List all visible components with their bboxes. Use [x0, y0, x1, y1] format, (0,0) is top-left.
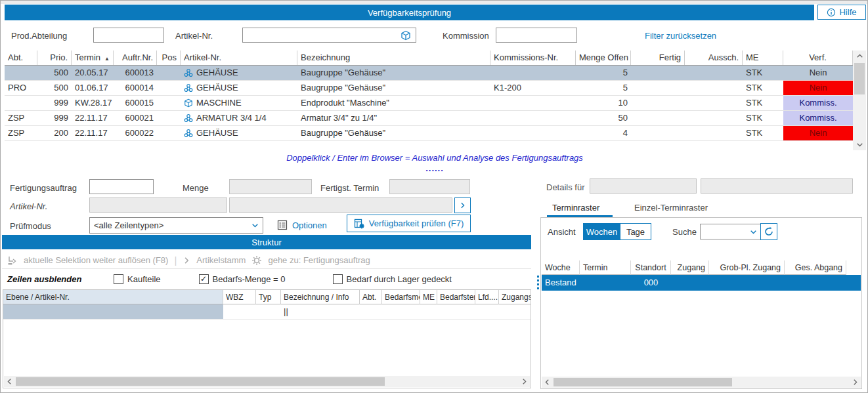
scroll-right-button[interactable] — [850, 377, 861, 388]
scroll-down-button[interactable] — [853, 139, 866, 150]
bestand-row[interactable]: Bestand 000 — [542, 275, 861, 291]
refresh-button[interactable] — [760, 223, 777, 240]
assembly-icon — [184, 114, 193, 123]
resolve-selection-button[interactable]: aktuelle Selektion weiter auflösen (F8) — [24, 255, 168, 265]
cell-pos — [157, 126, 181, 140]
order-row-600014[interactable]: PRO 500 01.06.17 600014 GEHÄUSE Baugrupp… — [5, 81, 853, 96]
artikelstamm-button[interactable]: Artikelstamm — [196, 255, 246, 265]
vertical-scroll-thumb[interactable] — [854, 63, 865, 94]
hide-rows-filter: Zeilen ausblenden Kaufteile ✓ Bedarfs-Me… — [2, 270, 531, 288]
col-zugang[interactable]: Zugang — [671, 260, 709, 275]
col-woche[interactable]: Woche — [542, 260, 580, 275]
artikel-nr-filter-input[interactable] — [242, 28, 416, 43]
col-menge-offen[interactable]: Menge Offen — [576, 51, 631, 65]
cube-lookup-icon[interactable] — [401, 30, 411, 41]
col-standort[interactable]: Standort — [631, 260, 671, 275]
ansicht-label: Ansicht — [548, 227, 576, 237]
col-ges-abgang[interactable]: Ges. Abgang — [785, 260, 846, 275]
order-row-600021[interactable]: ZSP 999 22.11.17 600021 ARMATUR 3/4 1/4 … — [5, 111, 853, 126]
details-bezeichnung-input[interactable] — [701, 178, 853, 194]
suche-select[interactable] — [700, 224, 762, 239]
kommission-input[interactable] — [496, 28, 577, 43]
col-aussch[interactable]: Aussch. — [685, 51, 743, 65]
prod-abteilung-input[interactable] — [93, 28, 164, 43]
assembly-icon — [184, 129, 193, 138]
col-kommissionsnr[interactable]: Kommissions-Nr. — [490, 51, 576, 65]
filter-reset-link[interactable]: Filter zurücksetzen — [645, 31, 716, 41]
prod-abteilung-label: Prod.Abteilung — [11, 31, 67, 41]
col-termin[interactable]: Termin▲ — [72, 51, 114, 65]
col-me[interactable]: ME — [420, 290, 437, 304]
col-prio[interactable]: Prio. — [37, 51, 72, 65]
cell-abt — [5, 96, 37, 110]
help-label: Hilfe — [839, 7, 856, 17]
availability-check-icon — [354, 218, 364, 229]
tab-terminraster[interactable]: Terminraster — [552, 203, 599, 213]
col-bezeichnung-info[interactable]: Bezeichnung / Info — [281, 290, 360, 304]
details-artikel-input[interactable] — [590, 178, 697, 194]
cell-auftrnr: 600013 — [114, 66, 157, 80]
col-bezeichnung[interactable]: Bezeichnung — [297, 51, 490, 65]
col-verf[interactable]: Verf. — [783, 51, 853, 65]
tage-button[interactable]: Tage — [620, 224, 651, 239]
wochen-button[interactable]: Wochen — [584, 224, 620, 239]
horizontal-scroll-thumb[interactable] — [16, 377, 385, 386]
horizontal-scroll-thumb[interactable] — [553, 378, 732, 386]
col-abt[interactable]: Abt. — [5, 51, 37, 65]
artikel-nr-form-input[interactable] — [89, 197, 227, 213]
cell-artikel: MASCHINE — [181, 96, 297, 110]
col-me[interactable]: ME — [743, 51, 783, 65]
col-pos[interactable]: Pos — [157, 51, 181, 65]
menge-input[interactable] — [229, 179, 312, 194]
fertigungsauftrag-input[interactable] — [89, 179, 154, 194]
kaufteile-checkbox-group[interactable]: Kaufteile — [114, 274, 161, 284]
cell-abt — [360, 304, 382, 319]
col-artikelnr[interactable]: Artikel-Nr. — [181, 51, 297, 65]
col-fertig[interactable]: Fertig — [631, 51, 685, 65]
col-ebene-artikelnr[interactable]: Ebene / Artikel-Nr. — [3, 290, 223, 304]
scroll-right-button[interactable] — [519, 376, 530, 387]
lager-gedeckt-checkbox-group[interactable]: Bedarf durch Lager gedeckt — [333, 274, 452, 284]
col-bedarfsmenge[interactable]: Bedarfsme... — [382, 290, 420, 304]
terminraster-panel: Ansicht Wochen Tage Suche Woche Termin S… — [540, 217, 862, 389]
lager-gedeckt-label: Bedarf durch Lager gedeckt — [347, 274, 452, 284]
terminraster-horizontal-scrollbar[interactable] — [542, 377, 861, 388]
verfuegbarkeit-pruefen-button[interactable]: Verfügbarkeit prüfen (F7) — [347, 215, 471, 232]
col-auftrnr[interactable]: Auftr.Nr. — [114, 51, 157, 65]
artikel-text: GEHÄUSE — [196, 126, 238, 140]
tab-einzel-terminraster[interactable]: Einzel-Terminraster — [634, 203, 708, 213]
bedarfsmenge-checkbox-group[interactable]: ✓ Bedarfs-Menge = 0 — [199, 274, 286, 284]
col-bedarfstermin[interactable]: Bedarfster... — [437, 290, 475, 304]
col-wbz[interactable]: WBZ — [223, 290, 256, 304]
col-grob-pl-zugang[interactable]: Grob-Pl. Zugang — [709, 260, 785, 275]
cell-auftrnr: 600022 — [114, 126, 157, 140]
cell-me: STK — [743, 126, 783, 140]
goto-fertigungsauftrag-button[interactable]: gehe zu: Fertigungsauftrag — [268, 255, 370, 265]
col-zugangstermin[interactable]: Zugangste... — [499, 290, 531, 304]
cell-aussch — [685, 111, 743, 125]
fertigst-termin-input[interactable] — [389, 179, 470, 194]
col-termin[interactable]: Termin — [580, 260, 631, 275]
scroll-left-button[interactable] — [542, 377, 553, 388]
col-lfd[interactable]: Lfd.... — [475, 290, 499, 304]
goto-artikel-button[interactable] — [454, 197, 471, 213]
struktur-horizontal-scrollbar[interactable] — [4, 376, 530, 387]
orders-vertical-scrollbar[interactable] — [853, 51, 866, 150]
scroll-up-button[interactable] — [853, 51, 866, 62]
cell-aussch — [685, 66, 743, 80]
kaufteile-checkbox[interactable] — [114, 274, 123, 284]
optionen-button[interactable]: Optionen — [277, 220, 327, 230]
bedarfsmenge-checkbox[interactable]: ✓ — [199, 274, 209, 284]
lager-gedeckt-checkbox[interactable] — [333, 274, 343, 284]
pruefmodus-select[interactable]: <alle Zeilentypen> — [89, 217, 263, 234]
col-abt[interactable]: Abt. — [360, 290, 382, 304]
help-button[interactable]: Hilfe — [817, 5, 866, 20]
scroll-left-button[interactable] — [4, 376, 15, 387]
order-row-600013[interactable]: 500 20.05.17 600013 GEHÄUSE Baugruppe "G… — [5, 66, 853, 81]
artikel-bezeichnung-input[interactable] — [229, 197, 452, 213]
order-row-600015[interactable]: 999 KW.28.17 600015 MASCHINE Endprodukt … — [5, 96, 853, 111]
panel-splitter-handle[interactable] — [537, 276, 539, 291]
struktur-row[interactable]: || — [3, 304, 531, 320]
col-typ[interactable]: Typ — [256, 290, 281, 304]
order-row-600022[interactable]: ZSP 200 22.11.17 600022 GEHÄUSE Baugrupp… — [5, 126, 853, 141]
